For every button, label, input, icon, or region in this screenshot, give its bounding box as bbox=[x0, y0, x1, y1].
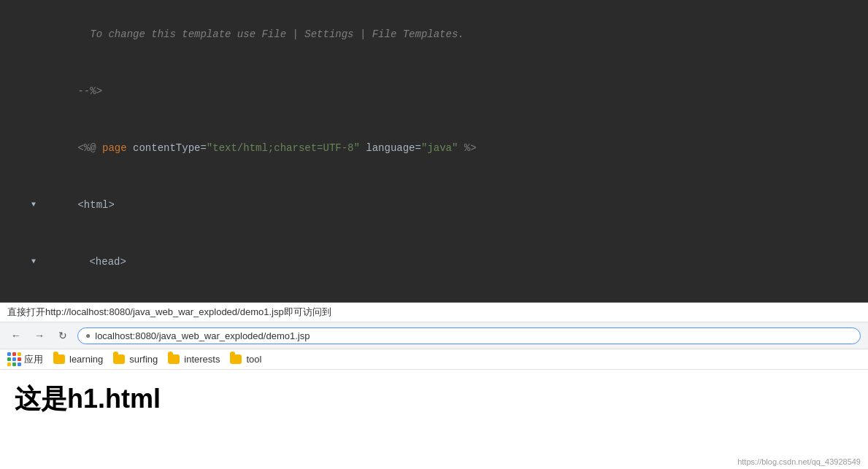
folder-icon bbox=[230, 354, 242, 364]
watermark: https://blog.csdn.net/qq_43928549 bbox=[737, 457, 861, 466]
bookmark-label: tool bbox=[246, 354, 261, 365]
apps-grid-icon bbox=[7, 352, 21, 366]
bookmark-interests[interactable]: interests bbox=[168, 354, 220, 365]
line-content: To change this template use File | Setti… bbox=[38, 6, 464, 63]
address-text: localhost:8080/java_web_war_exploded/dem… bbox=[95, 330, 310, 341]
forward-button[interactable]: → bbox=[31, 327, 48, 344]
code-editor: To change this template use File | Setti… bbox=[0, 0, 868, 303]
apps-label: 应用 bbox=[24, 353, 43, 366]
page-content: 这是h1.html bbox=[0, 370, 868, 469]
code-line: ▼ <head> bbox=[0, 233, 868, 290]
caption-text: 直接打开http://localhost:8080/java_web_war_e… bbox=[7, 306, 331, 317]
page-h1: 这是h1.html bbox=[15, 381, 853, 417]
bookmark-surfing[interactable]: surfing bbox=[113, 354, 158, 365]
folder-icon bbox=[168, 354, 180, 364]
lock-icon: ● bbox=[85, 330, 91, 341]
bookmarks-apps[interactable]: 应用 bbox=[7, 352, 43, 366]
address-bar[interactable]: ● localhost:8080/java_web_war_exploded/d… bbox=[77, 327, 861, 344]
bookmarks-bar: 应用 learning surfing interests tool bbox=[0, 349, 868, 370]
bookmark-label: learning bbox=[69, 354, 103, 365]
code-line: ▼ <html> bbox=[0, 177, 868, 233]
folder-icon bbox=[113, 354, 125, 364]
fold-icon[interactable]: ▼ bbox=[29, 252, 38, 271]
folder-icon bbox=[53, 354, 65, 364]
bookmark-label: surfing bbox=[129, 354, 158, 365]
caption-bar: 直接打开http://localhost:8080/java_web_war_e… bbox=[0, 303, 868, 322]
code-line: <%@ page contentType="text/html;charset=… bbox=[0, 120, 868, 177]
line-content: <html> bbox=[38, 177, 115, 233]
line-content: --%> bbox=[38, 63, 102, 120]
bookmark-tool[interactable]: tool bbox=[230, 354, 261, 365]
browser-section: 直接打开http://localhost:8080/java_web_war_e… bbox=[0, 303, 868, 469]
bookmark-label: interests bbox=[184, 354, 220, 365]
line-content: <head> bbox=[38, 233, 126, 290]
browser-nav-bar: ← → ↻ ● localhost:8080/java_web_war_expl… bbox=[0, 322, 868, 349]
code-line: --%> bbox=[0, 63, 868, 120]
reload-button[interactable]: ↻ bbox=[54, 327, 72, 344]
code-line: To change this template use File | Setti… bbox=[0, 6, 868, 63]
back-button[interactable]: ← bbox=[7, 327, 25, 344]
bookmark-learning[interactable]: learning bbox=[53, 354, 103, 365]
fold-icon[interactable]: ▼ bbox=[29, 195, 38, 214]
line-content: <%@ page contentType="text/html;charset=… bbox=[38, 120, 477, 177]
